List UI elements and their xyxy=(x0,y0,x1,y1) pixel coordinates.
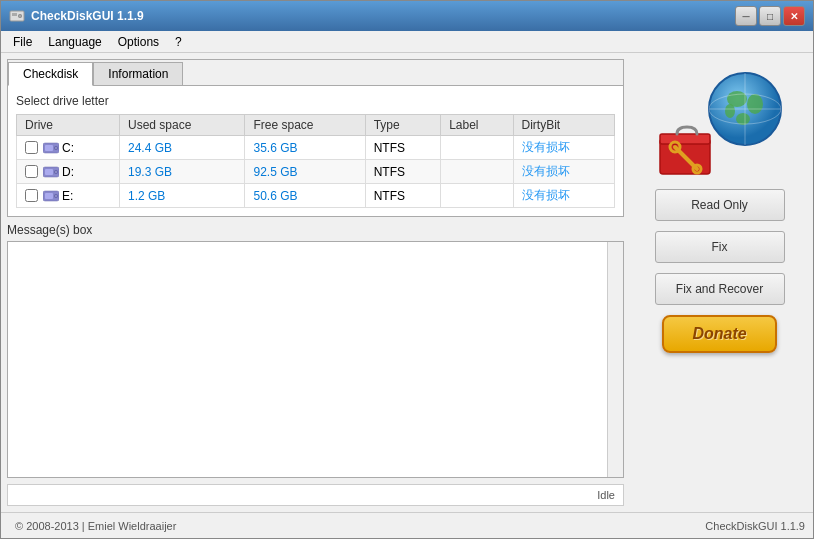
version-text: CheckDiskGUI 1.1.9 xyxy=(705,520,805,532)
window-title: CheckDiskGUI 1.1.9 xyxy=(31,9,144,23)
right-panel: Read Only Fix Fix and Recover Donate xyxy=(632,59,807,506)
main-window: CheckDiskGUI 1.1.9 ─ □ ✕ File Language O… xyxy=(0,0,814,539)
fix-button[interactable]: Fix xyxy=(655,231,785,263)
drive-label: E: xyxy=(62,189,73,203)
svg-point-19 xyxy=(736,113,750,125)
dirty-bit: 没有损坏 xyxy=(513,160,614,184)
drive-table: Drive Used space Free space Type Label D… xyxy=(16,114,615,208)
dirty-bit: 没有损坏 xyxy=(513,184,614,208)
table-row[interactable]: E:1.2 GB50.6 GBNTFS没有损坏 xyxy=(17,184,615,208)
svg-point-11 xyxy=(55,171,57,173)
fix-recover-button[interactable]: Fix and Recover xyxy=(655,273,785,305)
table-row[interactable]: D:19.3 GB92.5 GBNTFS没有损坏 xyxy=(17,160,615,184)
menu-file[interactable]: File xyxy=(5,33,40,51)
left-panel: Checkdisk Information Select drive lette… xyxy=(7,59,624,506)
svg-point-7 xyxy=(55,147,57,149)
messages-box[interactable] xyxy=(7,241,624,478)
drive-type: NTFS xyxy=(365,160,440,184)
tab-content-checkdisk: Select drive letter Drive Used space Fre… xyxy=(8,86,623,216)
free-space: 35.6 GB xyxy=(245,136,365,160)
drive-cell: C: xyxy=(17,136,120,160)
drive-section-label: Select drive letter xyxy=(16,94,615,108)
drive-label-col xyxy=(441,136,513,160)
used-space: 24.4 GB xyxy=(120,136,245,160)
table-row[interactable]: C:24.4 GB35.6 GBNTFS没有损坏 xyxy=(17,136,615,160)
svg-rect-25 xyxy=(660,134,710,144)
menu-bar: File Language Options ? xyxy=(1,31,813,53)
status-text: Idle xyxy=(597,489,615,501)
drive-checkbox[interactable] xyxy=(25,165,38,178)
read-only-button[interactable]: Read Only xyxy=(655,189,785,221)
close-button[interactable]: ✕ xyxy=(783,6,805,26)
svg-point-18 xyxy=(747,94,763,114)
minimize-button[interactable]: ─ xyxy=(735,6,757,26)
messages-section: Message(s) box xyxy=(7,223,624,478)
drive-cell: E: xyxy=(17,184,120,208)
drive-type: NTFS xyxy=(365,136,440,160)
svg-rect-9 xyxy=(45,169,53,175)
toolbox-icon xyxy=(655,119,720,179)
drive-label-col xyxy=(441,160,513,184)
svg-rect-1 xyxy=(12,13,17,16)
free-space: 92.5 GB xyxy=(245,160,365,184)
maximize-button[interactable]: □ xyxy=(759,6,781,26)
scrollbar[interactable] xyxy=(607,242,623,477)
col-used: Used space xyxy=(120,115,245,136)
bottom-bar: © 2008-2013 | Emiel Wieldraaijer CheckDi… xyxy=(1,512,813,538)
col-type: Type xyxy=(365,115,440,136)
hdd-icon xyxy=(43,142,59,154)
title-bar: CheckDiskGUI 1.1.9 ─ □ ✕ xyxy=(1,1,813,31)
col-free: Free space xyxy=(245,115,365,136)
drive-label: D: xyxy=(62,165,74,179)
hdd-icon xyxy=(43,166,59,178)
dirty-bit: 没有损坏 xyxy=(513,136,614,160)
tab-bar: Checkdisk Information xyxy=(8,60,623,86)
title-bar-left: CheckDiskGUI 1.1.9 xyxy=(9,8,144,24)
drive-cell: D: xyxy=(17,160,120,184)
drive-label: C: xyxy=(62,141,74,155)
main-content: Checkdisk Information Select drive lette… xyxy=(1,53,813,512)
svg-point-15 xyxy=(55,195,57,197)
free-space: 50.6 GB xyxy=(245,184,365,208)
used-space: 1.2 GB xyxy=(120,184,245,208)
drive-checkbox[interactable] xyxy=(25,189,38,202)
col-drive: Drive xyxy=(17,115,120,136)
svg-point-3 xyxy=(19,15,21,17)
menu-help[interactable]: ? xyxy=(167,33,190,51)
donate-button[interactable]: Donate xyxy=(662,315,776,353)
drive-checkbox[interactable] xyxy=(25,141,38,154)
drive-label-col xyxy=(441,184,513,208)
tab-checkdisk[interactable]: Checkdisk xyxy=(8,62,93,86)
tab-information[interactable]: Information xyxy=(93,62,183,85)
menu-language[interactable]: Language xyxy=(40,33,109,51)
drive-type: NTFS xyxy=(365,184,440,208)
tabs-container: Checkdisk Information Select drive lette… xyxy=(7,59,624,217)
used-space: 19.3 GB xyxy=(120,160,245,184)
menu-options[interactable]: Options xyxy=(110,33,167,51)
hdd-icon xyxy=(43,190,59,202)
svg-point-20 xyxy=(725,104,735,118)
copyright-text: © 2008-2013 | Emiel Wieldraaijer xyxy=(9,518,182,534)
col-dirty: DirtyBit xyxy=(513,115,614,136)
title-controls: ─ □ ✕ xyxy=(735,6,805,26)
app-illustration xyxy=(655,69,785,179)
svg-rect-5 xyxy=(45,145,53,151)
svg-rect-13 xyxy=(45,193,53,199)
col-label: Label xyxy=(441,115,513,136)
app-icon xyxy=(9,8,25,24)
messages-label: Message(s) box xyxy=(7,223,624,237)
status-bar: Idle xyxy=(7,484,624,506)
